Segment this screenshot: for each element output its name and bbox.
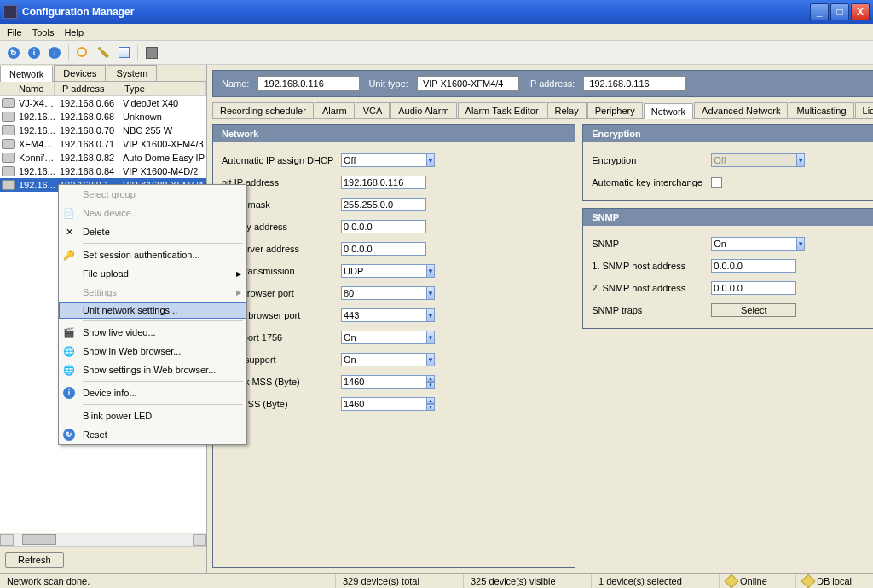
- dropdown-icon[interactable]: ▼: [426, 308, 435, 322]
- status-scan: Network scan done.: [0, 574, 336, 588]
- tab-audio-alarm[interactable]: Audio Alarm: [390, 102, 456, 118]
- spin-down-icon[interactable]: ▼: [426, 404, 435, 411]
- iscsi-mss-spinner[interactable]: ▲▼: [341, 397, 435, 411]
- dropdown-icon[interactable]: ▼: [426, 353, 435, 366]
- telnet-select[interactable]: ▼: [341, 353, 435, 366]
- tab-recording-scheduler[interactable]: Recording scheduler: [212, 102, 314, 118]
- tab-alarm[interactable]: Alarm: [315, 102, 355, 118]
- tool-wrench-button[interactable]: [95, 44, 112, 61]
- left-tab-devices[interactable]: Devices: [54, 65, 106, 81]
- col-ip[interactable]: IP address: [55, 82, 119, 95]
- tab-periphery[interactable]: Periphery: [587, 102, 643, 118]
- info-name-value: 192.168.0.116: [257, 76, 360, 91]
- status-bar: Network scan done. 329 device(s) total 3…: [0, 573, 873, 588]
- status-visible: 325 device(s) visible: [464, 574, 592, 588]
- submenu-arrow-icon: ▶: [236, 289, 241, 297]
- scroll-right-button[interactable]: [193, 534, 206, 546]
- ctx-blink-led[interactable]: Blink power LED: [59, 406, 246, 425]
- tool-info-button[interactable]: i: [26, 44, 43, 61]
- menu-file[interactable]: File: [7, 27, 22, 37]
- tab-multicasting[interactable]: Multicasting: [789, 102, 853, 118]
- tool-grid-button[interactable]: [115, 44, 132, 61]
- rcp-select[interactable]: ▼: [341, 331, 435, 344]
- menu-tools[interactable]: Tools: [32, 27, 55, 37]
- browser-icon: 🌐: [62, 344, 76, 358]
- spin-up-icon[interactable]: ▲: [426, 375, 435, 382]
- ctx-file-upload[interactable]: File upload▶: [59, 264, 246, 283]
- https-port-select[interactable]: ▼: [341, 308, 435, 322]
- db-icon: [801, 574, 816, 588]
- device-row[interactable]: Konni's ...192.168.0.82Auto Dome Easy IP: [0, 151, 206, 164]
- spin-up-icon[interactable]: ▲: [426, 397, 435, 404]
- spin-down-icon[interactable]: ▼: [426, 382, 435, 389]
- tab-alarm-task-editor[interactable]: Alarm Task Editor: [458, 102, 546, 118]
- device-row[interactable]: 192.16...192.168.0.68Unknown: [0, 110, 206, 124]
- col-name[interactable]: Name: [0, 82, 55, 95]
- http-port-select[interactable]: ▼: [341, 286, 435, 300]
- tab-vca[interactable]: VCA: [356, 102, 390, 118]
- unit-ip-input[interactable]: [341, 176, 426, 189]
- scroll-left-button[interactable]: [0, 534, 14, 546]
- app-icon: [3, 5, 17, 19]
- minimize-button[interactable]: _: [810, 3, 829, 20]
- snmp-traps-label: SNMP traps: [592, 305, 711, 315]
- ctx-unit-network-settings[interactable]: Unit network settings...: [59, 302, 246, 319]
- dropdown-icon[interactable]: ▼: [426, 264, 435, 278]
- ctx-session-auth[interactable]: 🔑Set session authentication...: [59, 245, 246, 264]
- delete-icon: ✕: [62, 225, 76, 239]
- tool-search-button[interactable]: [74, 44, 91, 61]
- mss-spinner[interactable]: ▲▼: [341, 375, 435, 389]
- close-button[interactable]: X: [851, 3, 870, 20]
- tab-relay[interactable]: Relay: [547, 102, 587, 118]
- ctx-show-live-video[interactable]: 🎬Show live video...: [59, 323, 246, 342]
- ctx-select-group: Select group: [59, 185, 246, 204]
- refresh-button[interactable]: Refresh: [5, 552, 64, 568]
- info-bar: Name: 192.168.0.116 Unit type: VIP X1600…: [212, 70, 873, 97]
- subnet-input[interactable]: [341, 198, 426, 211]
- status-online: Online: [720, 574, 796, 588]
- video-tx-select[interactable]: ▼: [341, 264, 435, 278]
- snmp-traps-select-button[interactable]: Select: [711, 303, 796, 317]
- dns-input[interactable]: [341, 242, 426, 256]
- ctx-show-web-browser[interactable]: 🌐Show in Web browser...: [59, 342, 246, 360]
- tool-save-button[interactable]: [143, 44, 160, 61]
- device-row[interactable]: XFM4A ...192.168.0.71VIP X1600-XFM4/3: [0, 137, 206, 151]
- status-total: 329 device(s) total: [336, 574, 464, 588]
- ctx-delete[interactable]: ✕Delete: [59, 222, 246, 241]
- horizontal-scrollbar[interactable]: [0, 533, 206, 546]
- video-icon: 🎬: [62, 326, 76, 339]
- online-icon: [725, 574, 739, 588]
- snmp-select[interactable]: ▼: [711, 237, 805, 251]
- tab-network[interactable]: Network: [644, 103, 693, 119]
- left-tab-network[interactable]: Network: [0, 66, 53, 82]
- snmp-label: SNMP: [592, 239, 711, 249]
- tool-refresh-button[interactable]: ↻: [5, 44, 22, 61]
- new-icon: 📄: [62, 206, 76, 220]
- dropdown-icon[interactable]: ▼: [426, 286, 435, 300]
- auto-key-checkbox[interactable]: [711, 177, 722, 188]
- tool-download-button[interactable]: ↓: [46, 44, 63, 61]
- maximize-button[interactable]: □: [830, 3, 849, 20]
- config-tabs: Recording scheduler Alarm VCA Audio Alar…: [212, 102, 873, 119]
- dropdown-icon[interactable]: ▼: [426, 153, 435, 167]
- ctx-show-settings-web[interactable]: 🌐Show settings in Web browser...: [59, 360, 246, 379]
- snmp-host2-input[interactable]: [711, 281, 796, 295]
- tab-advanced-network[interactable]: Advanced Network: [694, 102, 788, 118]
- col-type[interactable]: Type: [119, 82, 206, 95]
- dropdown-icon[interactable]: ▼: [796, 237, 805, 251]
- snmp-panel: SNMP SNMP▼ 1. SNMP host address 2. SNMP …: [582, 208, 873, 329]
- gateway-input[interactable]: [341, 220, 426, 233]
- tab-license[interactable]: License: [855, 102, 873, 118]
- toolbar: ↻ i ↓: [0, 41, 873, 65]
- ctx-device-info[interactable]: iDevice info...: [59, 383, 246, 402]
- menu-help[interactable]: Help: [64, 27, 84, 37]
- dropdown-icon[interactable]: ▼: [426, 331, 435, 344]
- device-row[interactable]: 192.16...192.168.0.84VIP X1600-M4D/2: [0, 164, 206, 178]
- scroll-thumb[interactable]: [22, 534, 56, 545]
- dhcp-select[interactable]: ▼: [341, 153, 435, 167]
- device-row[interactable]: VJ-X40...192.168.0.66VideoJet X40: [0, 96, 206, 110]
- ctx-reset[interactable]: ↻Reset: [59, 425, 246, 444]
- left-tab-system[interactable]: System: [107, 65, 157, 81]
- snmp-host1-input[interactable]: [711, 259, 796, 273]
- device-row[interactable]: 192.16...192.168.0.70NBC 255 W: [0, 124, 206, 137]
